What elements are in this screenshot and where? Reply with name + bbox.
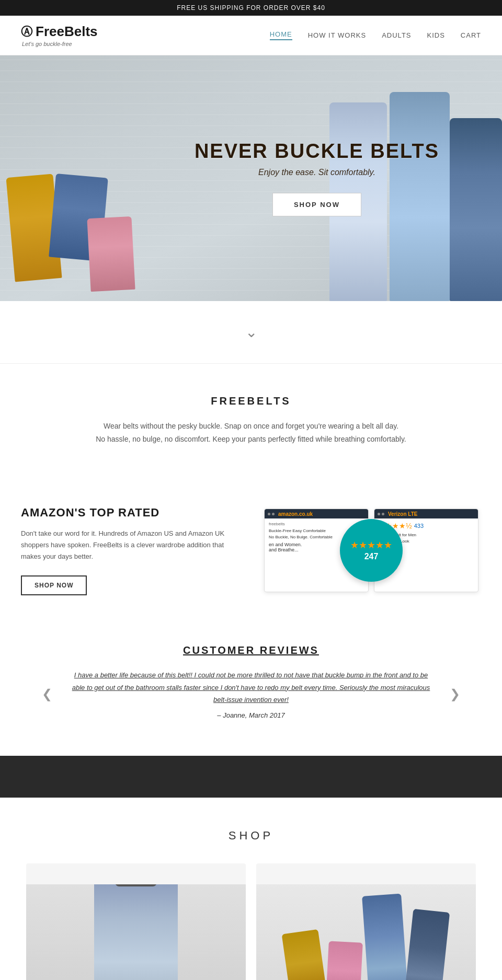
kids-jean-dark xyxy=(404,908,450,980)
amazon-com-header: Verizon LTE xyxy=(374,509,478,518)
nav-kids[interactable]: KIDS xyxy=(427,31,445,39)
amazon-text: AMAZON'S TOP RATED Don't take our word f… xyxy=(21,506,241,595)
description-title: FREEBELTS xyxy=(73,395,429,407)
nav-cart[interactable]: CART xyxy=(461,31,481,39)
dot-icon xyxy=(378,513,380,515)
amazon-com-count: 433 xyxy=(414,523,424,529)
logo[interactable]: Ⓐ FreeBelts xyxy=(21,24,98,40)
shop-adults-card[interactable]: SHOP ADULTS xyxy=(26,863,246,980)
description-line2: No hassle, no bulge, no discomfort. Keep… xyxy=(96,435,406,443)
amazon-uk-label: freebelts xyxy=(269,522,364,526)
shop-kids-card[interactable]: SHOP KIDS xyxy=(256,863,476,980)
header: Ⓐ FreeBelts Let's go buckle-free HOME HO… xyxy=(0,16,502,55)
review-content: I have a better life because of this bel… xyxy=(68,669,434,719)
nav-home[interactable]: HOME xyxy=(270,30,292,40)
prev-review-button[interactable]: ❮ xyxy=(42,687,52,701)
logo-name: FreeBelts xyxy=(36,24,98,40)
reviews-section: CUSTOMER REVIEWS ❮ I have a better life … xyxy=(0,624,502,740)
jean-pink xyxy=(87,216,135,292)
logo-icon: Ⓐ xyxy=(21,24,32,40)
hero-shop-now-button[interactable]: SHOP NOW xyxy=(272,193,361,216)
kids-jean-blue xyxy=(362,893,408,980)
scroll-section: ⌄ xyxy=(0,301,502,364)
amazon-section: AMAZON'S TOP RATED Don't take our word f… xyxy=(0,477,502,624)
description-line1: Wear belts without the pesky buckle. Sna… xyxy=(104,422,398,430)
hero-section: NEVER BUCKLE BELTS Enjoy the ease. Sit c… xyxy=(0,55,502,301)
bubble-stars: ★★★★★ xyxy=(350,539,392,551)
reviews-title: CUSTOMER REVIEWS xyxy=(42,644,460,656)
kids-visual xyxy=(256,884,476,980)
amazon-uk-header: amazon.co.uk xyxy=(265,509,368,518)
shop-title: SHOP xyxy=(21,829,481,843)
banner-text: FREE US SHIPPING FOR ORDER OVER $40 xyxy=(177,4,325,11)
bubble-count: 247 xyxy=(364,552,379,561)
amazon-visual: amazon.co.uk freebelts Buckle-Free Easy … xyxy=(261,498,481,603)
main-nav: HOME HOW IT WORKS ADULTS KIDS CART xyxy=(270,30,481,40)
hero-subtitle: Enjoy the ease. Sit comfortably. xyxy=(195,168,439,177)
amazon-shop-now-button[interactable]: SHOP NOW xyxy=(21,575,87,595)
shop-grid: SHOP ADULTS SHOP KIDS xyxy=(21,863,481,980)
dark-band xyxy=(0,756,502,798)
chevron-down-icon: ⌄ xyxy=(245,324,257,341)
kids-jean-yellow xyxy=(282,929,327,980)
dot-icon xyxy=(382,513,384,515)
top-banner: FREE US SHIPPING FOR ORDER OVER $40 xyxy=(0,0,502,16)
amazon-uk-logo: amazon.co.uk xyxy=(278,511,313,517)
star-bubble: ★★★★★ 247 xyxy=(340,519,403,582)
hero-jeans-left xyxy=(0,55,199,301)
review-author: – Joanne, March 2017 xyxy=(68,711,434,719)
jean-full-dark xyxy=(450,118,502,301)
nav-adults[interactable]: ADULTS xyxy=(382,31,411,39)
description-section: FREEBELTS Wear belts without the pesky b… xyxy=(0,364,502,477)
dot-icon xyxy=(268,513,270,515)
logo-area: Ⓐ FreeBelts Let's go buckle-free xyxy=(21,24,98,47)
amazon-title: AMAZON'S TOP RATED xyxy=(21,506,241,520)
hero-content: NEVER BUCKLE BELTS Enjoy the ease. Sit c… xyxy=(195,140,439,216)
description-text: Wear belts without the pesky buckle. Sna… xyxy=(73,420,429,446)
nav-how-it-works[interactable]: HOW IT WORKS xyxy=(308,31,366,39)
hero-title: NEVER BUCKLE BELTS xyxy=(195,140,439,163)
amazon-description: Don't take our word for it. Hundreds of … xyxy=(21,528,241,562)
next-review-button[interactable]: ❯ xyxy=(450,687,460,701)
review-carousel: ❮ I have a better life because of this b… xyxy=(42,669,460,719)
logo-tagline: Let's go buckle-free xyxy=(21,41,98,47)
review-text: I have a better life because of this bel… xyxy=(68,669,434,706)
shop-section: SHOP SHOP ADULTS SHOP KIDS xyxy=(0,798,502,980)
adults-jean-graphic xyxy=(94,884,178,980)
amazon-com-logo: Verizon LTE xyxy=(388,511,418,517)
kids-jean-pink xyxy=(326,941,363,980)
dot-icon xyxy=(272,513,275,515)
adults-visual xyxy=(26,884,246,980)
